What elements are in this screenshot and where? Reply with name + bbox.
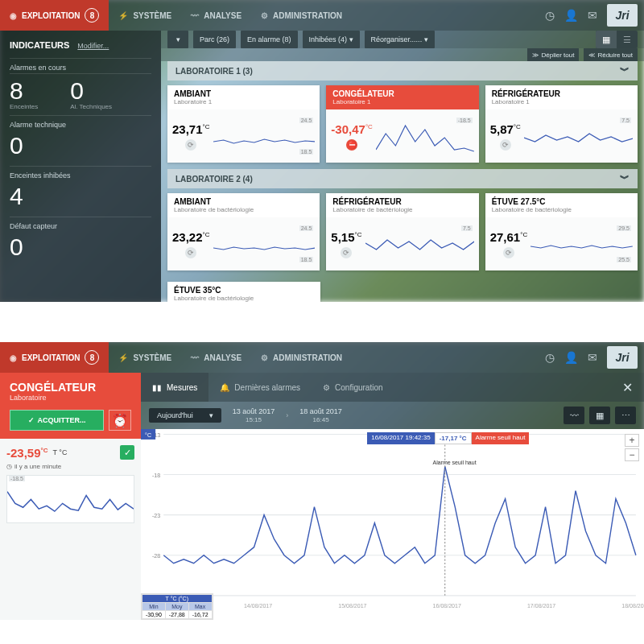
defaut-value: 0: [10, 235, 151, 259]
view-grid[interactable]: ▦: [596, 31, 617, 48]
sensor-card[interactable]: ÉTUVE 35°CLaboratoire de bactériologie: [167, 282, 320, 302]
sparkline: 24.518.5: [213, 118, 316, 155]
user-icon[interactable]: 👤: [564, 351, 578, 364]
acknowledge-button[interactable]: ✓ACQUITTER...: [10, 410, 104, 431]
clock-small-icon: ◷: [6, 463, 12, 470]
mail-icon[interactable]: ✉: [588, 9, 597, 22]
chevron-down-icon: ︾: [620, 64, 630, 78]
modify-link[interactable]: Modifier...: [77, 42, 109, 50]
nav-admin-2[interactable]: ⚙ADMINISTRATION: [251, 342, 352, 373]
alarmes-label: Alarmes en cours: [10, 58, 151, 73]
collapse-all-button[interactable]: ≪Réduire tout: [584, 48, 638, 61]
alarme-tech-value: 0: [10, 134, 151, 158]
top-nav: ◉EXPLOITATION8 ⚡SYSTÈME 〰ANALYSE ⚙ADMINI…: [0, 0, 644, 31]
svg-text:18/08/2017: 18/08/2017: [621, 602, 644, 609]
tab-mesures[interactable]: ▮▮Mesures: [141, 373, 208, 402]
mini-chart: -18.5: [6, 475, 134, 523]
nav-systeme[interactable]: ⚡SYSTÈME: [109, 0, 181, 31]
sensor-card[interactable]: AMBIANTLaboratoire 123,71°C⟳24.518.5: [167, 85, 320, 163]
detail-title: CONGÉLATEUR: [10, 381, 131, 394]
card-value: 27,61°C: [490, 230, 528, 244]
current-value: -23,59°C: [6, 446, 48, 460]
detail-sub: Laboratoire: [10, 394, 131, 402]
nav-analyse-2[interactable]: 〰ANALYSE: [181, 342, 251, 373]
svg-text:15/08/2017: 15/08/2017: [338, 602, 366, 609]
sliders-icon: ⚙: [261, 11, 268, 20]
sensor-card[interactable]: CONGÉLATEURLaboratoire 1-30,47°C⛔-18.5: [326, 85, 478, 163]
alarm-count-badge: 8: [85, 8, 99, 23]
sparkline: -18.5: [376, 118, 474, 155]
svg-text:-28: -28: [152, 552, 160, 559]
svg-text:14/08/2017: 14/08/2017: [244, 602, 272, 609]
sparkline: 24.518.5: [213, 225, 316, 262]
close-button[interactable]: ✕: [611, 373, 644, 402]
nav-exploitation[interactable]: ◉EXPLOITATION8: [0, 0, 109, 31]
filter-icon-button[interactable]: ▾: [167, 31, 188, 48]
gear-icon: ⚙: [323, 383, 330, 392]
sensor-card[interactable]: AMBIANTLaboratoire de bactériologie23,22…: [167, 193, 320, 270]
nav-admin[interactable]: ⚙ADMINISTRATION: [251, 0, 352, 31]
more-button[interactable]: ⋯: [615, 407, 636, 424]
zoom-out-button[interactable]: −: [625, 448, 639, 461]
card-value: -30,47°C: [331, 122, 373, 136]
eye-icon: ◉: [10, 11, 17, 20]
group-header[interactable]: LABORATOIRE 1 (3)︾: [167, 61, 638, 80]
expand-all-button[interactable]: ≫Déplier tout: [527, 48, 579, 61]
range-bar: Aujourd'hui▾ 13 août 201715:15 › 18 août…: [141, 402, 644, 429]
chart-icon: 〰: [191, 11, 199, 20]
zoom-controls: + −: [625, 434, 639, 461]
filter-parc[interactable]: Parc (26): [193, 31, 236, 48]
eye-icon: ◉: [10, 353, 17, 362]
bell-icon: 🔔: [220, 383, 229, 392]
sensor-card[interactable]: RÉFRIGÉRATEURLaboratoire de bactériologi…: [326, 193, 478, 270]
detail-tabs: ▮▮Mesures 🔔Dernières alarmes ⚙Configurat…: [141, 373, 644, 402]
card-value: 5,15°C: [331, 230, 361, 244]
nav-exploitation-2[interactable]: ◉EXPLOITATION8: [0, 342, 109, 373]
top-nav-2: ◉EXPLOITATION8 ⚡SYSTÈME 〰ANALYSE ⚙ADMINI…: [0, 342, 644, 373]
nav-systeme-2[interactable]: ⚡SYSTÈME: [109, 342, 181, 373]
main-chart[interactable]: 16/08/2017 19:42:35 -17,17 °C Alarme seu…: [141, 429, 644, 620]
sensor-icon: ⟳: [341, 247, 352, 258]
range-select[interactable]: Aujourd'hui▾: [149, 408, 221, 423]
card-value: 23,22°C: [172, 230, 210, 244]
detail-sidebar: CONGÉLATEUR Laboratoire ✓ACQUITTER... ⏰ …: [0, 373, 141, 620]
status-ok-badge: ✓: [120, 445, 134, 460]
indicators-sidebar: INDICATEURSModifier... Alarmes en cours …: [0, 31, 161, 302]
user-icon[interactable]: 👤: [564, 9, 578, 22]
view-list[interactable]: ☰: [617, 31, 638, 48]
chart-tooltip: 16/08/2017 19:42:35 -17,17 °C Alarme seu…: [367, 432, 529, 444]
sensor-icon: ⟳: [503, 247, 514, 258]
sliders-icon: ⚙: [261, 353, 268, 362]
zoom-in-button[interactable]: +: [625, 434, 639, 447]
chart-mode-button[interactable]: 〰: [564, 407, 584, 424]
date-from: 13 août 201715:15: [233, 407, 275, 423]
clock-icon[interactable]: ◷: [545, 351, 555, 364]
sparkline: 7.5: [365, 225, 474, 262]
date-to: 18 août 201716:45: [299, 407, 342, 423]
mail-icon[interactable]: ✉: [588, 351, 597, 364]
sensor-icon: ⟳: [500, 139, 511, 151]
filter-reorg[interactable]: Réorganiser...... ▾: [365, 31, 435, 48]
sensor-icon: ⟳: [185, 139, 196, 151]
card-value: 23,71°C: [172, 122, 210, 136]
clock-icon[interactable]: ◷: [545, 9, 555, 22]
arrow-right-icon: ›: [286, 411, 288, 419]
sensor-card[interactable]: RÉFRIGÉRATEURLaboratoire 15,87°C⟳7.5: [485, 85, 638, 163]
sensor-card[interactable]: ÉTUVE 27.5°CLaboratoire de bactériologie…: [485, 193, 638, 270]
filter-inhibees[interactable]: Inhibées (4) ▾: [303, 31, 360, 48]
stats-box: T °C (°C) MinMoyMax -30,90-27,88-16,72: [141, 593, 213, 620]
bolt-icon: ⚡: [118, 353, 128, 362]
alarm-clock-button[interactable]: ⏰: [109, 410, 131, 431]
tab-config[interactable]: ⚙Configuration: [312, 373, 394, 402]
nav-analyse[interactable]: 〰ANALYSE: [181, 0, 251, 31]
view-toggle: ▦ ☰: [596, 31, 638, 48]
check-icon: ✓: [28, 416, 35, 424]
svg-text:-18: -18: [152, 472, 160, 479]
tab-alarmes[interactable]: 🔔Dernières alarmes: [208, 373, 312, 402]
group-header[interactable]: LABORATOIRE 2 (4)︾: [167, 169, 638, 188]
logo: Jri: [607, 4, 638, 27]
chevron-down-icon: ︾: [620, 172, 630, 186]
filter-enalarme[interactable]: En alarme (8): [241, 31, 298, 48]
table-mode-button[interactable]: ▦: [589, 407, 610, 424]
altech-value: 0: [70, 79, 112, 103]
